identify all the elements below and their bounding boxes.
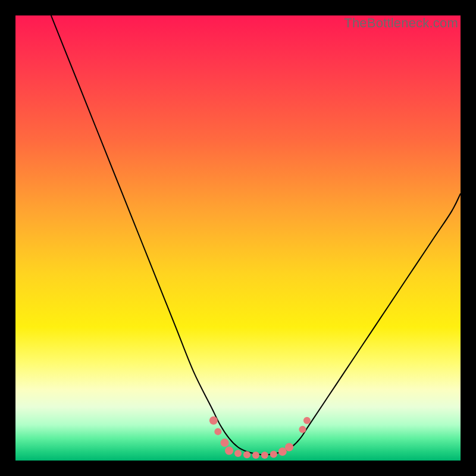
data-marker: [252, 452, 259, 459]
curve-overlay: [15, 15, 461, 461]
curve-right-branch: [265, 193, 461, 455]
data-marker: [299, 426, 306, 433]
bottleneck-curve: [51, 15, 461, 455]
data-marker: [234, 450, 242, 457]
data-marker: [209, 416, 218, 425]
data-marker: [270, 451, 277, 458]
data-marker: [214, 428, 221, 435]
data-marker: [261, 452, 268, 459]
data-marker: [285, 443, 293, 452]
curve-left-branch: [51, 15, 265, 455]
data-marker: [243, 451, 250, 458]
data-marker: [303, 417, 311, 424]
plot-area: [15, 15, 461, 461]
data-marker: [225, 447, 233, 455]
marker-group: [209, 416, 311, 459]
watermark-text: TheBottleneck.com: [344, 15, 458, 31]
chart-frame: TheBottleneck.com: [0, 0, 476, 476]
data-marker: [221, 439, 229, 447]
